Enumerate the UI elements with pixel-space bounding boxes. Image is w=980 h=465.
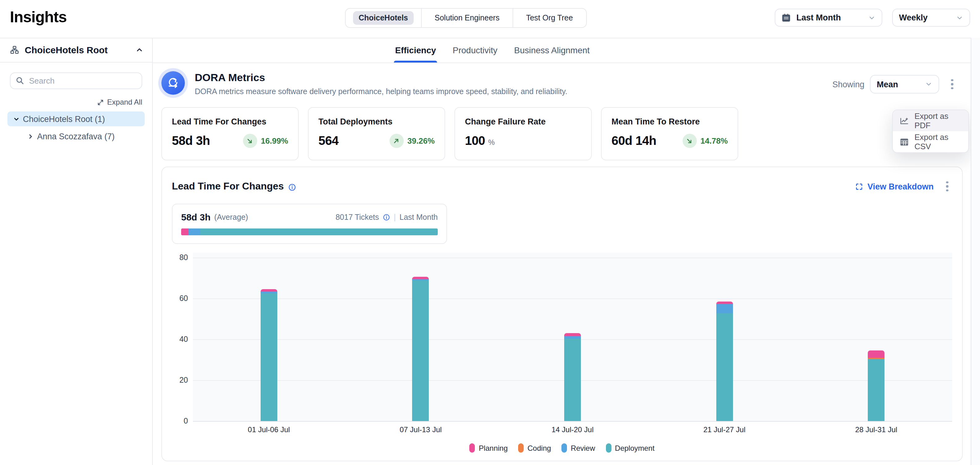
chevron-down-icon[interactable] [11,115,21,122]
trend-value: 39.26% [407,136,435,145]
metric-cards-row: Lead Time For Changes 58d 3h 16.99% Tota… [161,107,963,160]
chart-bar [261,289,277,421]
legend-swatch [518,443,524,452]
active-tab-underline [394,61,437,62]
y-tick-label: 80 [179,253,188,262]
tree-item-choicehotels-root[interactable]: ChoiceHotels Root (1) [8,112,145,126]
card-value: 100 [465,134,485,148]
gridline [193,257,952,258]
trend-up-icon [390,134,404,148]
scrollbar[interactable] [971,38,980,465]
average-value: 58d 3h [181,212,210,222]
bar-segment-planning [564,333,581,336]
phase-progress-bar [181,229,438,235]
org-tree-icon [10,45,19,54]
view-breakdown-button[interactable]: View Breakdown [855,182,934,191]
tickets-count: 8017 Tickets [336,213,379,221]
dora-heading: DORA Metrics DORA metrics measure softwa… [195,70,567,96]
kebab-menu-icon[interactable] [947,75,957,94]
progress-segment-review [189,229,200,235]
legend-swatch [562,443,567,452]
org-tab-choicehotels[interactable]: ChoiceHotels [346,9,421,27]
tree-item-label: ChoiceHotels Root (1) [23,114,105,123]
expand-all-label: Expand All [107,98,142,107]
bar-segment-deployment [716,313,733,421]
gridline [193,299,952,299]
date-range-select[interactable]: Last Month [775,9,882,27]
legend-swatch [469,443,475,452]
top-controls: Last Month Weekly [775,9,970,27]
chevron-up-icon[interactable] [135,46,143,54]
dora-header-row: DORA Metrics DORA metrics measure softwa… [161,70,963,98]
search-icon [16,76,24,85]
menu-item-label: Export as CSV [915,133,961,151]
divider [0,62,152,62]
menu-item-export-csv[interactable]: Export as CSV [893,131,968,152]
card-mean-time-to-restore: Mean Time To Restore 60d 14h 14.78% [601,107,738,160]
trend-badge: 16.99% [243,134,288,148]
search-input[interactable] [10,72,142,89]
org-switcher: ChoiceHotels Solution Engineers Test Org… [345,8,587,28]
chart-line-icon [900,116,909,125]
bar-segment-deployment [412,281,429,421]
bar-segment-planning [412,277,429,279]
legend-swatch [606,443,611,452]
y-axis: 806040200 [172,252,188,421]
divider: | [394,213,396,221]
lead-time-summary: 58d 3h (Average) 8017 Tickets | Last Mon… [172,204,447,244]
progress-segment-planning [181,229,189,235]
bar-segment-deployment [564,339,581,421]
lead-time-chart: 806040200 01 Jul-06 Jul07 Jul-13 Jul14 J… [172,252,952,435]
chevron-right-icon[interactable] [25,133,35,140]
bar-segment-review [564,336,581,339]
progress-segment-deployment [200,229,438,235]
legend-item-planning[interactable]: Planning [469,443,508,452]
sidebar-header: ChoiceHotels Root [0,38,152,62]
x-tick-label: 01 Jul-06 Jul [248,425,290,434]
tab-efficiency[interactable]: Efficiency [395,38,436,62]
chart-bar [412,277,429,421]
sidebar: ChoiceHotels Root Expand All [0,38,153,465]
kebab-menu-icon[interactable] [942,177,952,196]
chart-bar [564,333,581,421]
org-tab-solution-engineers[interactable]: Solution Engineers [422,9,512,27]
legend-item-review[interactable]: Review [562,443,595,452]
trend-value: 14.78% [700,136,728,145]
legend-item-deployment[interactable]: Deployment [606,443,654,452]
x-tick-label: 07 Jul-13 Jul [400,425,442,434]
lead-time-section: Lead Time For Changes View Breakdown [161,166,963,461]
average-label: (Average) [214,213,248,221]
trend-value: 16.99% [261,136,288,145]
x-tick-label: 21 Jul-27 Jul [703,425,745,434]
tab-business-alignment[interactable]: Business Alignment [514,38,590,62]
tree-item-anna-scozzafava[interactable]: Anna Scozzafava (7) [22,129,145,144]
y-tick-label: 60 [179,294,188,303]
showing-select[interactable]: Mean [870,75,939,94]
menu-item-export-pdf[interactable]: Export as PDF [893,110,968,131]
info-icon[interactable] [288,183,296,191]
summary-period: Last Month [399,213,438,221]
trend-badge: 39.26% [390,134,435,148]
granularity-select[interactable]: Weekly [892,9,970,27]
view-breakdown-label: View Breakdown [867,182,934,191]
section-title: Lead Time For Changes [172,181,284,192]
tab-productivity[interactable]: Productivity [453,38,498,62]
org-tab-test-org-tree[interactable]: Test Org Tree [513,9,586,27]
card-unit: % [488,138,495,147]
table-icon [900,137,909,147]
card-title: Lead Time For Changes [172,117,288,126]
dora-title: DORA Metrics [195,72,567,85]
main-content: DORA Metrics DORA metrics measure softwa… [153,63,980,461]
legend-item-coding[interactable]: Coding [518,443,551,452]
legend-label: Coding [527,444,551,452]
showing-value: Mean [877,80,898,89]
chevron-down-icon [925,80,932,88]
info-icon[interactable] [383,213,390,221]
chart-legend: PlanningCodingReviewDeployment [172,443,952,452]
card-lead-time-for-changes: Lead Time For Changes 58d 3h 16.99% [161,107,299,160]
expand-all-button[interactable]: Expand All [10,98,142,107]
view-breakdown-icon [855,182,863,190]
card-total-deployments: Total Deployments 564 39.26% [308,107,445,160]
sidebar-search [10,72,142,89]
page-title: Insights [10,8,67,26]
